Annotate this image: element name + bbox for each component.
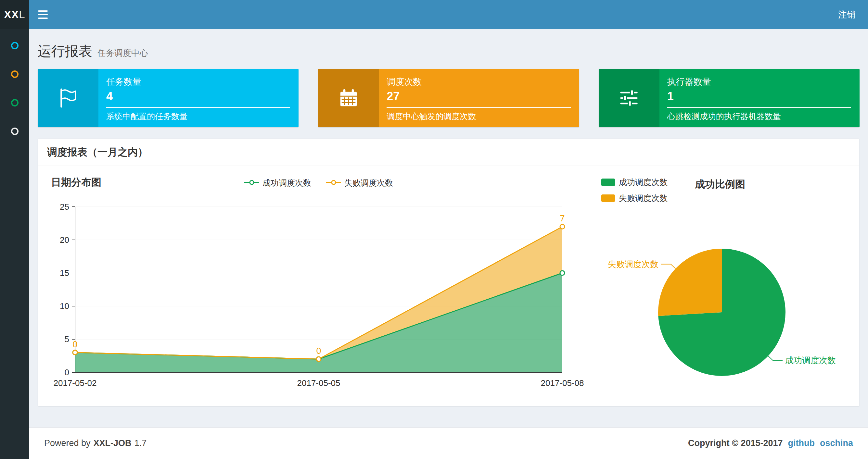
page-title: 运行报表 [38,42,92,60]
logout-link[interactable]: 注销 [826,0,868,29]
svg-text:0: 0 [316,346,321,356]
panel-title: 调度报表（一月之内） [47,146,148,158]
oschina-link[interactable]: oschina [820,438,853,448]
legend-swatch-icon [601,194,615,202]
info-box-jobs-icon-area [38,69,98,127]
divider [667,107,851,108]
info-box-value: 1 [667,90,851,103]
pie-chart-head: 成功调度次数 失败调度次数 成功比例图 [601,174,848,203]
success-ratio-chart: 成功调度次数 失败调度次数 成功比例图 成功调度次数失败调度次数 [588,174,848,393]
divider [106,107,290,108]
info-box-desc: 系统中配置的任务数量 [106,111,290,122]
legend-swatch-icon [601,178,615,186]
legend-item-fail[interactable]: 失败调度次数 [326,177,393,188]
legend-label: 成功调度次数 [619,177,668,188]
info-box-executors-icon-area [599,69,659,127]
circle-icon [11,42,19,50]
report-panel: 调度报表（一月之内） 日期分布图 成功调度次数 [38,138,860,406]
info-box-desc: 调度中心触发的调度次数 [386,111,570,122]
svg-text:0: 0 [65,367,69,377]
panel-header: 调度报表（一月之内） [38,139,859,166]
svg-text:20: 20 [60,235,69,245]
page-subtitle: 任务调度中心 [97,47,148,59]
sidebar-toggle-button[interactable] [29,0,57,29]
date-distribution-chart: 日期分布图 成功调度次数 失败调度次数 [49,174,588,393]
pie-chart-svg: 成功调度次数失败调度次数 [601,203,842,385]
info-box-value: 27 [386,90,570,103]
sidebar-item-2[interactable] [0,60,29,88]
line-marker-icon [244,180,259,186]
line-chart-legend: 成功调度次数 失败调度次数 [49,177,588,188]
line-chart-head: 日期分布图 成功调度次数 失败调度次数 [49,174,588,194]
divider [386,107,570,108]
copyright-text: Copyright © 2015-2017 [688,438,783,448]
pie-chart-legend: 成功调度次数 失败调度次数 [601,177,668,203]
svg-text:10: 10 [60,301,69,311]
top-navbar: XXL 注销 [0,0,868,29]
flag-icon [58,88,78,108]
powered-by: Powered byXXL-JOB1.7 [44,438,149,448]
pie-chart-title: 成功比例图 [695,177,745,191]
legend-label: 失败调度次数 [619,193,668,203]
footer: Powered byXXL-JOB1.7 Copyright © 2015-20… [29,427,868,459]
legend-label: 失败调度次数 [344,177,393,188]
svg-text:7: 7 [560,214,565,223]
info-box-jobs-text: 任务数量 4 系统中配置的任务数量 [98,69,299,127]
content-wrapper: 运行报表 任务调度中心 任务数量 4 系统中配置的任务数量 [29,29,868,427]
app-logo-rest: L [19,8,25,21]
legend-label: 成功调度次数 [262,177,311,188]
circle-icon [11,70,19,78]
sliders-icon [619,88,639,108]
info-box-executors: 执行器数量 1 心跳检测成功的执行器机器数量 [599,69,860,127]
info-box-triggers: 调度次数 27 调度中心触发的调度次数 [318,69,579,127]
info-box-executors-text: 执行器数量 1 心跳检测成功的执行器机器数量 [659,69,860,127]
legend-item-success[interactable]: 成功调度次数 [601,177,668,188]
info-box-value: 4 [106,90,290,103]
content-header: 运行报表 任务调度中心 [29,29,868,69]
app-logo-bold: XX [4,8,19,21]
svg-text:2017-05-02: 2017-05-02 [54,378,97,388]
svg-text:失败调度次数: 失败调度次数 [608,259,658,269]
line-marker-icon [326,180,341,186]
circle-icon [11,128,19,135]
svg-text:5: 5 [65,334,69,344]
hamburger-icon-bar [38,10,48,12]
product-version: 1.7 [134,438,147,448]
info-box-jobs: 任务数量 4 系统中配置的任务数量 [38,69,299,127]
hamburger-icon-bar [38,14,48,15]
sidebar-item-4[interactable] [0,117,29,145]
powered-prefix: Powered by [44,438,91,448]
info-box-triggers-icon-area [318,69,379,127]
app-logo[interactable]: XXL [0,0,29,29]
svg-text:25: 25 [60,202,69,211]
circle-icon [11,99,19,106]
svg-text:2017-05-05: 2017-05-05 [297,378,340,388]
sidebar-item-1[interactable] [0,31,29,60]
legend-item-fail[interactable]: 失败调度次数 [601,193,668,203]
svg-text:2017-05-08: 2017-05-08 [541,378,584,388]
svg-text:成功调度次数: 成功调度次数 [785,356,836,365]
sidebar-item-3[interactable] [0,88,29,117]
svg-text:15: 15 [60,268,69,278]
info-box-row: 任务数量 4 系统中配置的任务数量 [29,69,868,127]
sidebar [0,29,29,459]
panel-body: 日期分布图 成功调度次数 失败调度次数 [38,166,859,406]
info-box-title: 任务数量 [106,76,290,88]
legend-item-success[interactable]: 成功调度次数 [244,177,311,188]
hamburger-icon-bar [38,18,48,19]
svg-text:0: 0 [72,339,77,349]
info-box-desc: 心跳检测成功的执行器机器数量 [667,111,851,122]
info-box-triggers-text: 调度次数 27 调度中心触发的调度次数 [379,69,579,127]
info-box-title: 执行器数量 [667,76,851,88]
github-link[interactable]: github [788,438,815,448]
product-name: XXL-JOB [94,438,131,448]
footer-right: Copyright © 2015-2017 github oschina [688,438,853,448]
calendar-icon [339,88,359,108]
info-box-title: 调度次数 [386,76,570,88]
line-chart-svg: 05101520252017-05-022017-05-052017-05-08… [49,194,588,392]
